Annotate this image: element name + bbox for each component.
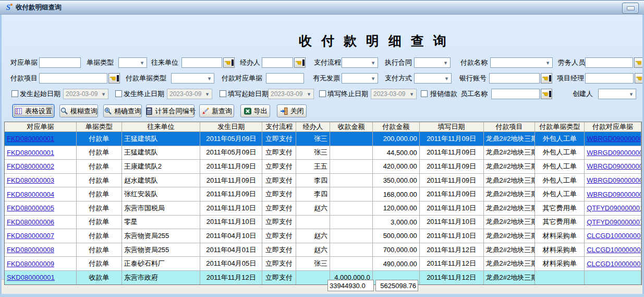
table-cell [330,174,373,187]
filter-label-xmjl: 项目经理 [557,73,584,84]
yhzh-input[interactable] [489,73,540,84]
txzz-checkbox[interactable] [319,90,326,97]
fkmc-select[interactable]: ▾ [490,57,553,68]
table-cell: 2011年11月12日 [420,271,484,284]
table-row[interactable]: FKD080000001付款单王猛建筑队2011年05月09日立即支付张三200… [5,132,641,146]
document-link[interactable]: FKD080000002 [7,162,54,170]
table-cell [330,257,373,270]
column-header[interactable]: 发生日期 [200,122,262,132]
txzz-select[interactable]: 2023-03-09▾ [371,89,417,99]
titlebar[interactable]: S 收付款明细查询 [0,0,644,15]
fkdjlx-select[interactable]: ▾ [171,73,214,84]
document-link[interactable]: FKD080000006 [7,218,54,226]
document-link[interactable]: WBRGD090000004 [587,176,641,184]
table-row[interactable]: FKD080000008付款单东营物资局2552011年04月01日立即支付赵六… [5,243,641,257]
document-link[interactable]: CLCGD100000001 [587,232,641,240]
new-query-icon [201,107,210,115]
column-header[interactable]: 收款金额 [330,122,373,132]
document-link[interactable]: FKD080000004 [7,191,54,198]
txqs-select[interactable]: 2023-03-09▾ [268,89,314,99]
bxjk-checkbox[interactable] [421,90,428,97]
document-link[interactable]: FKD080000001 [7,149,54,157]
document-link[interactable]: FKD080000008 [7,246,54,254]
document-link[interactable]: FKD080000009 [7,260,54,268]
column-header[interactable]: 付款项目 [484,122,536,132]
exact-query-button[interactable]: 精确查询 [103,104,142,117]
column-header[interactable]: 单据类型 [77,122,122,132]
table-cell: 东营物资局255 [122,229,201,243]
ywfp-select[interactable]: ▾ [342,73,378,84]
fsqs-select[interactable]: 2023-03-09▾ [63,89,108,99]
app-window: S 收付款明细查询 收付款明细查询 对应单据单据类型▾往来单位☚经办人☚支付流程… [0,0,644,297]
table-row[interactable]: FKD080000002付款单王康建筑队22011年11月09日立即支付王五42… [5,160,641,174]
fuzzy-query-button[interactable]: 模糊查询 [59,104,98,117]
table-row[interactable]: FKD080000005付款单东营市国税局2011年11月10日立即支付赵六12… [5,201,641,216]
calc-contract-no-button[interactable]: 计算合同编号 [146,104,195,117]
table-cell: 付款单 [77,146,122,160]
table-row[interactable]: FKD080000009付款单正泰砂石料厂2011年04月05日立即支付张三49… [5,257,641,271]
column-header[interactable]: 填写日期 [420,122,484,132]
table-row[interactable]: FKD080000006付款单零星2011年11月10日立即支付3,000.00… [5,216,641,230]
document-link[interactable]: CLCGD100000001 [587,246,641,254]
fszz-checkbox[interactable] [115,90,122,97]
zxht-select[interactable]: ▾ [414,57,451,68]
xmjl-input[interactable] [585,73,634,84]
lookup-hand-button[interactable]: ☚ [541,89,552,99]
zffs-select[interactable]: ▾ [414,73,452,84]
document-link[interactable]: QTFYD090000001 [587,204,641,212]
table-cell: WBRGD090000001 [585,132,641,146]
table-row[interactable]: SKD080000001收款单东营市政府2011年11月12日立即支付4,000… [5,271,641,284]
column-header[interactable]: 经办人 [296,122,330,132]
dyd-input[interactable] [39,57,81,68]
cjr-select[interactable]: ▾ [598,89,636,99]
minimize-button[interactable] [622,3,639,14]
document-link[interactable]: FKD080000001 [7,135,54,142]
document-link[interactable]: FKD080000007 [7,232,54,240]
document-link[interactable]: WBRGD090000002 [587,149,641,157]
filter-label-lwry: 劳务人员 [558,57,585,68]
document-link[interactable]: WBRGD090000003 [587,162,641,170]
column-header[interactable]: 对应单据 [5,122,77,132]
column-header[interactable]: 往来单位 [122,122,201,132]
lookup-hand-button[interactable]: ☚ [294,57,306,68]
jbr-input[interactable] [262,57,293,68]
fkxm-input[interactable] [39,73,107,84]
column-header[interactable]: 付款金额 [373,122,420,132]
document-link[interactable]: WBRGD090000001 [587,135,641,142]
wldw-input[interactable] [181,57,222,68]
document-link[interactable]: FKD080000003 [7,176,54,184]
document-link[interactable]: QTFYD090000007 [587,218,641,226]
table-row[interactable]: FKD080000003付款单赵水建筑队2011年11月09日立即支付李四350… [5,174,641,188]
column-header[interactable]: 支付流程 [262,122,296,132]
client-area: 收付款明细查询 对应单据单据类型▾往来单位☚经办人☚支付流程▾执行合同▾付款名称… [0,15,644,297]
table-row[interactable]: FKD080000007付款单东营物资局2552011年04月10日立即支付赵六… [5,229,641,243]
export-button[interactable]: 导出 [240,104,270,117]
zfl-select[interactable]: ▾ [342,57,378,68]
fszz-select[interactable]: 2023-03-09▾ [167,89,212,99]
fkdyd-input[interactable] [266,73,304,84]
lookup-hand-button[interactable]: ☚ [541,73,552,84]
table-row[interactable]: FKD080000004付款单张红安装队2011年11月09日立即支付李四168… [5,187,641,201]
table-cell: FKD080000008 [5,243,77,257]
document-link[interactable]: SKD080000001 [7,274,55,281]
lookup-hand-button[interactable]: ☚ [223,57,235,68]
djlx-select[interactable]: ▾ [118,57,147,68]
table-cell: 正泰砂石料厂 [122,257,201,270]
close-button[interactable]: 关闭 [277,104,307,117]
table-cell: FKD080000003 [5,174,77,187]
document-link[interactable]: FKD080000005 [7,204,54,212]
document-link[interactable]: CLCGD100000002 [587,260,641,268]
column-header[interactable]: 付款对应单据 [585,122,641,132]
document-link[interactable]: WBRGD090000005 [587,191,641,198]
txqs-checkbox[interactable] [220,90,226,97]
table-row[interactable]: FKD080000001付款单王猛建筑队2011年05月09日立即支付张三44,… [5,146,641,160]
new-query-button[interactable]: 新查询 [199,104,234,117]
fsqs-checkbox[interactable] [11,90,18,97]
table-cell [330,146,373,160]
lwry-input[interactable] [585,57,633,68]
table-cell: FKD080000001 [5,132,77,146]
lookup-hand-button[interactable]: ☚ [108,73,120,84]
ygmc-input[interactable] [491,89,540,99]
column-header[interactable]: 付款单据类型 [535,122,585,132]
table-settings-button[interactable]: 表格设置 [13,104,54,117]
